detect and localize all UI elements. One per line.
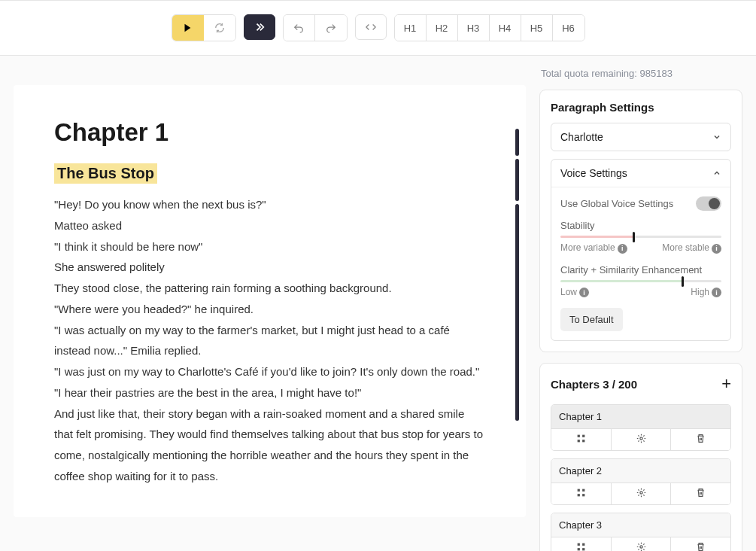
- chapter-settings-button[interactable]: [612, 537, 672, 551]
- svg-point-5: [639, 437, 642, 440]
- svg-rect-12: [582, 543, 584, 546]
- h5-button[interactable]: H5: [521, 15, 553, 41]
- chapter-grid-button[interactable]: [551, 429, 612, 450]
- paragraph-settings-title: Paragraph Settings: [551, 101, 731, 114]
- stability-right: More stablei: [662, 242, 721, 254]
- global-voice-toggle[interactable]: [696, 196, 721, 211]
- svg-rect-4: [582, 440, 584, 442]
- chapter-delete-button[interactable]: [671, 429, 730, 450]
- svg-rect-13: [577, 548, 579, 550]
- voice-settings-accordion: Voice Settings Use Global Voice Settings…: [551, 159, 731, 341]
- forward-button[interactable]: [244, 14, 275, 40]
- clarity-right: Highi: [691, 287, 721, 298]
- svg-rect-14: [582, 548, 584, 550]
- info-icon[interactable]: i: [618, 244, 627, 254]
- chapter-label: Chapter 2: [551, 459, 730, 483]
- voice-select-value: Charlotte: [560, 131, 603, 143]
- code-button[interactable]: [355, 14, 387, 40]
- paragraph[interactable]: "Hey! Do you know when the next bus is?": [54, 194, 485, 215]
- paragraph[interactable]: "I was actually on my way to the farmer'…: [54, 320, 485, 362]
- chapter-label: Chapter 3: [551, 513, 730, 537]
- info-icon[interactable]: i: [712, 288, 721, 297]
- svg-rect-9: [582, 494, 584, 496]
- paragraph-settings-panel: Paragraph Settings Charlotte Voice Setti…: [539, 90, 742, 352]
- paragraph[interactable]: She answered politely: [54, 257, 485, 278]
- paragraph[interactable]: And just like that, their story began wi…: [54, 403, 485, 487]
- chevron-up-icon: [712, 169, 721, 178]
- h1-button[interactable]: H1: [395, 15, 427, 41]
- svg-rect-11: [577, 543, 579, 546]
- info-icon[interactable]: i: [712, 244, 721, 254]
- quota-label: Total quota remaining: 985183: [539, 63, 742, 79]
- svg-point-15: [639, 546, 642, 548]
- chapter-item[interactable]: Chapter 1: [551, 404, 731, 451]
- chapter-delete-button[interactable]: [671, 483, 730, 504]
- svg-rect-8: [577, 494, 579, 496]
- svg-rect-2: [582, 435, 584, 437]
- chapters-panel: Chapters 3 / 200 + Chapter 1 Chapter 2: [539, 363, 742, 551]
- voice-settings-label: Voice Settings: [560, 167, 627, 179]
- paragraph[interactable]: They stood close, the pattering rain for…: [54, 278, 485, 299]
- chapter-item[interactable]: Chapter 2: [551, 458, 731, 505]
- chapter-item[interactable]: Chapter 3: [551, 513, 731, 551]
- global-voice-label: Use Global Voice Settings: [560, 198, 673, 209]
- toolbar: H1 H2 H3 H4 H5 H6: [0, 0, 756, 56]
- h6-button[interactable]: H6: [553, 15, 584, 41]
- sidebar: Total quota remaining: 985183 Paragraph …: [539, 63, 742, 551]
- svg-rect-1: [577, 435, 579, 437]
- svg-rect-3: [577, 440, 579, 442]
- clarity-left: Lowi: [560, 287, 589, 298]
- stability-left: More variablei: [560, 242, 627, 254]
- add-chapter-button[interactable]: +: [721, 374, 731, 394]
- info-icon[interactable]: i: [579, 288, 589, 297]
- voice-select[interactable]: Charlotte: [551, 123, 731, 151]
- refresh-button[interactable]: [204, 15, 235, 41]
- chapters-title: Chapters 3 / 200: [551, 378, 637, 391]
- paragraph[interactable]: "Where were you headed?" he inquired.: [54, 299, 485, 320]
- paragraph[interactable]: Matteo asked: [54, 215, 485, 236]
- svg-rect-7: [582, 489, 584, 492]
- chapter-grid-button[interactable]: [551, 537, 612, 551]
- stability-slider[interactable]: [560, 236, 721, 238]
- chapter-label: Chapter 1: [551, 405, 730, 428]
- paragraph[interactable]: "I was just on my way to Charlotte's Caf…: [54, 361, 485, 382]
- svg-point-10: [639, 492, 642, 494]
- h4-button[interactable]: H4: [490, 15, 521, 41]
- undo-button[interactable]: [284, 15, 315, 41]
- play-button[interactable]: [172, 15, 204, 41]
- paragraph[interactable]: "I think it should be here now": [54, 236, 485, 257]
- svg-rect-6: [577, 489, 579, 492]
- clarity-slider[interactable]: [560, 280, 721, 282]
- h2-button[interactable]: H2: [427, 15, 458, 41]
- h3-button[interactable]: H3: [458, 15, 490, 41]
- redo-button[interactable]: [315, 15, 347, 41]
- svg-marker-0: [185, 24, 191, 32]
- to-default-button[interactable]: To Default: [560, 308, 623, 331]
- chapter-settings-button[interactable]: [612, 429, 672, 450]
- chapter-heading: Chapter 1: [54, 118, 485, 147]
- editor-pane[interactable]: Chapter 1 The Bus Stop "Hey! Do you know…: [14, 85, 526, 517]
- subtitle: The Bus Stop: [54, 163, 157, 184]
- chapter-grid-button[interactable]: [551, 483, 612, 504]
- stability-label: Stability: [560, 220, 721, 231]
- clarity-label: Clarity + Similarity Enhancement: [560, 264, 721, 276]
- chapter-settings-button[interactable]: [612, 483, 672, 504]
- paragraph[interactable]: "I hear their pastries are the best in t…: [54, 382, 485, 403]
- voice-settings-toggle[interactable]: Voice Settings: [551, 160, 730, 187]
- chapter-delete-button[interactable]: [671, 537, 730, 551]
- chevron-down-icon: [712, 132, 721, 142]
